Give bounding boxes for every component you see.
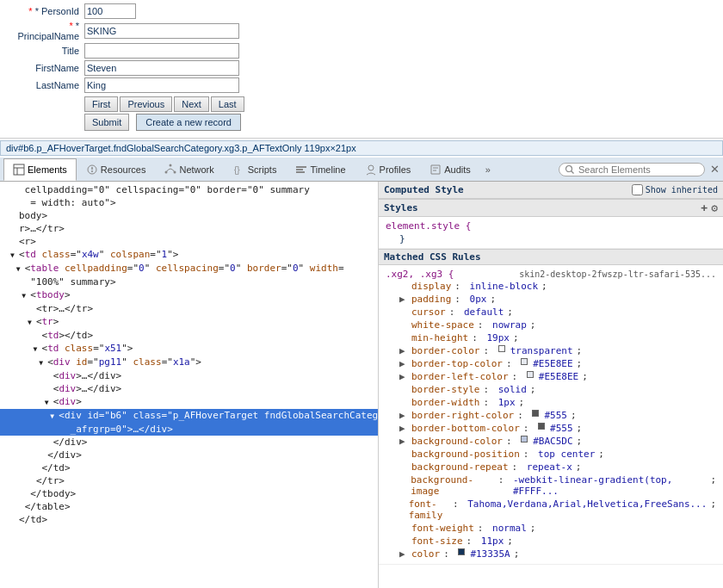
html-line: body> — [0, 209, 378, 222]
css-rule-block: .xg2, .xg3 { skin2-desktop-2fwszp-ltr-sa… — [379, 265, 723, 565]
show-inherited-checkbox[interactable] — [632, 184, 643, 195]
firstname-label: FirstName — [7, 63, 84, 73]
css-selector: .xg2, .xg3 { — [386, 269, 454, 280]
svg-rect-10 — [296, 166, 306, 168]
css-source: skin2-desktop-2fwszp-ltr-safari-535... — [519, 269, 716, 279]
html-line: </td> — [0, 461, 378, 474]
svg-point-13 — [368, 165, 374, 170]
html-line: <td class="x4w" colspan="1"> — [0, 248, 378, 262]
search-input[interactable] — [578, 164, 699, 175]
css-prop-backgroundposition: background-position: top center; — [386, 448, 716, 461]
next-button[interactable]: Next — [174, 96, 209, 112]
html-line: <tr>…</tr> — [0, 302, 378, 315]
search-icon — [565, 164, 575, 175]
css-prop-backgroundcolor: ▶background-color: #BAC5DC; — [386, 435, 716, 448]
svg-text:{}: {} — [234, 165, 240, 175]
svg-rect-0 — [14, 164, 24, 175]
elements-icon — [13, 164, 25, 176]
personid-row: * PersonId — [7, 3, 716, 19]
html-line: <td></td> — [0, 329, 378, 342]
audits-icon — [429, 164, 442, 176]
styles-title: Styles — [384, 202, 418, 214]
css-prop-color: ▶color: #13335A; — [386, 548, 716, 560]
styles-section-header: Styles + ⚙ — [379, 199, 723, 217]
close-button[interactable]: ✕ — [710, 163, 720, 176]
html-line: <tr> — [0, 315, 378, 329]
previous-button[interactable]: Previous — [120, 96, 172, 112]
title-input[interactable] — [84, 43, 239, 59]
html-line: <div> — [0, 395, 378, 409]
tab-profiles[interactable]: Profiles — [355, 158, 421, 181]
firstname-input[interactable] — [84, 60, 239, 76]
search-bar — [559, 163, 705, 176]
submit-button[interactable]: Submit — [84, 114, 129, 131]
color-swatch-bac5dc — [521, 436, 528, 443]
scripts-icon: {} — [233, 164, 245, 176]
tab-timeline[interactable]: Timeline — [286, 158, 355, 181]
tab-elements[interactable]: Elements — [3, 158, 77, 181]
color-swatch-e5e8ee2 — [527, 371, 534, 378]
tab-more[interactable]: » — [480, 161, 496, 178]
network-icon — [164, 164, 176, 176]
devtools-tabs: Elements Resources Network {} Scripts Ti… — [0, 158, 723, 182]
element-style-close: } — [386, 233, 716, 244]
css-prop-borderrightcolor: ▶border-right-color: #555; — [386, 409, 716, 422]
css-prop-fontfamily: font-family: Tahoma,Verdana,Arial,Helvet… — [386, 498, 716, 522]
html-line-highlighted[interactable]: <div id="b6" class="p_AFHoverTarget fndG… — [0, 409, 378, 423]
resources-icon — [86, 164, 98, 176]
html-source: cellpadding="0" cellspacing="0" border="… — [0, 182, 378, 528]
html-panel[interactable]: cellpadding="0" cellspacing="0" border="… — [0, 182, 379, 588]
element-style-selector: element.style { — [386, 220, 716, 232]
css-prop-display: display: inline-block; — [386, 280, 716, 293]
tab-audits[interactable]: Audits — [420, 158, 480, 181]
section-actions: + ⚙ — [701, 201, 718, 214]
html-line: <div id="pg11" class="x1a"> — [0, 356, 378, 369]
form-area: * PersonId * PrincipalName Title FirstNa… — [0, 0, 723, 139]
tab-network[interactable]: Network — [155, 158, 223, 181]
css-prop-padding: ▶padding: 0px; — [386, 293, 716, 306]
css-prop-fontsize: font-size: 11px; — [386, 535, 716, 548]
personid-label: * PersonId — [7, 6, 84, 16]
personid-input[interactable] — [84, 3, 136, 19]
tab-scripts[interactable]: {} Scripts — [224, 158, 287, 181]
svg-point-5 — [91, 170, 93, 172]
css-prop-borderwidth: border-width: 1px; — [386, 396, 716, 409]
svg-point-7 — [165, 171, 168, 174]
devtools-content: cellpadding="0" cellspacing="0" border="… — [0, 182, 723, 588]
html-line: <td class="x51"> — [0, 342, 378, 356]
svg-rect-12 — [296, 171, 305, 173]
principalname-row: * PrincipalName — [7, 21, 716, 41]
color-swatch-13335a — [458, 548, 465, 555]
add-rule-icon[interactable]: + — [701, 201, 708, 214]
css-prop-minheight: min-height: 19px; — [386, 331, 716, 344]
html-line: <div>…</div> — [0, 369, 378, 382]
timeline-icon — [295, 164, 307, 176]
lastname-row: LastName — [7, 77, 716, 93]
css-prop-borderbottomcolor: ▶border-bottom-color: #555; — [386, 422, 716, 435]
styles-panel: Computed Style Show inherited Styles + ⚙… — [379, 182, 723, 588]
last-button[interactable]: Last — [211, 96, 244, 112]
first-button[interactable]: First — [84, 96, 118, 112]
html-line: <tbody> — [0, 288, 378, 302]
lastname-input[interactable] — [84, 77, 239, 93]
profiles-icon — [365, 164, 377, 176]
html-line: </table> — [0, 500, 378, 513]
html-line: cellpadding="0" cellspacing="0" border="… — [0, 183, 378, 196]
nav-buttons: First Previous Next Last — [7, 96, 716, 112]
html-line: = width: auto"> — [0, 196, 378, 209]
svg-point-8 — [174, 171, 176, 174]
element-style-block: element.style { } — [379, 217, 723, 249]
action-buttons: Submit Create a new record — [7, 114, 716, 131]
html-line: <div>…</div> — [0, 382, 378, 395]
principalname-input[interactable] — [84, 23, 239, 39]
computed-style-header: Computed Style Show inherited — [379, 182, 723, 199]
css-prop-backgroundimage: background-image: -webkit-linear-gradien… — [386, 473, 716, 498]
color-swatch-555 — [532, 410, 539, 417]
lastname-label: LastName — [7, 80, 84, 90]
css-prop-whitespace: white-space: nowrap; — [386, 319, 716, 331]
matched-rules-header: Matched CSS Rules — [379, 249, 723, 265]
gear-icon[interactable]: ⚙ — [711, 201, 718, 214]
create-record-button[interactable]: Create a new record — [136, 114, 241, 131]
tab-resources[interactable]: Resources — [77, 158, 156, 181]
css-prop-cursor: cursor: default; — [386, 306, 716, 319]
